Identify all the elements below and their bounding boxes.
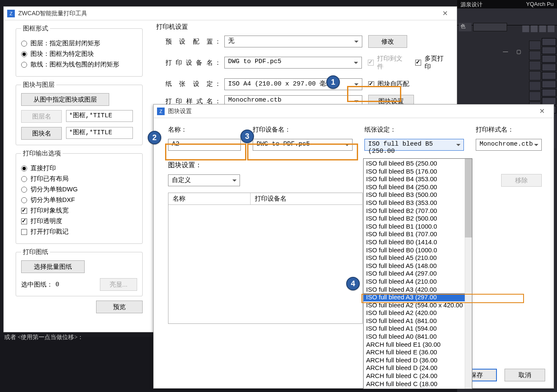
dialog-titlebar: Z ZWCAD智能批量打印工具 ✕ [4,7,457,20]
palette-icon[interactable] [542,63,556,71]
radio-label: 图块：图框为特定图块 [30,50,94,58]
nav-tool-icon[interactable] [529,61,541,70]
label-paper: 纸张设定 [165,80,213,88]
paper-option[interactable]: ISO full bleed B1 (1000.0 [364,223,465,231]
paper-option[interactable]: ARCH full bleed C (24.00 [364,372,465,380]
paper-option[interactable]: ISO full bleed B0 (1414.0 [364,238,465,246]
close-icon[interactable]: ✕ [533,107,550,115]
palette-icon[interactable] [542,38,556,46]
btn-select-sheets[interactable]: 选择批量图纸 [21,260,85,273]
paper-option[interactable]: ISO full bleed A2 (420.00 [364,309,465,317]
check-stamp[interactable]: 打开打印戳记 [21,228,137,236]
nav-tool-icon[interactable] [529,91,541,101]
paper-option[interactable]: ISO full bleed A1 (841.00 [364,317,465,325]
paper-option[interactable]: ISO full bleed A2 (594.00 x 420.00 毫米) [364,301,465,309]
nav-tool-icon[interactable] [529,71,541,80]
paper-option[interactable]: ISO full bleed A1 (594.00 [364,325,465,333]
palette-icon[interactable] [542,47,556,54]
palette-icon[interactable] [542,55,556,63]
check-block-automatch[interactable]: 图块自匹配 [368,80,409,88]
label-paper2: 纸张设定： [364,126,464,134]
check-transparency[interactable]: 打印透明度 [21,217,137,225]
radio-split-dxf[interactable]: 切分为单独DXF [21,196,137,204]
block-dialog-titlebar: Z 图块设置 ✕ [154,105,554,118]
ribbon-icon[interactable] [539,25,546,32]
paper-option[interactable]: ARCH full bleed E (36.00 [364,348,465,356]
palette-icon[interactable] [542,89,556,97]
radio-frame-layer[interactable]: 图层：指定图层封闭矩形 [21,39,137,47]
annotation-badge-1: 1 [326,75,340,89]
select-block-style[interactable]: Monochrome.ctb [476,139,542,151]
menu-item-yqarch[interactable]: YQArch Pu [523,0,557,8]
btn-modify[interactable]: 修改 [368,35,407,48]
paper-option[interactable]: ISO full bleed A5 (148.00 [364,262,465,270]
btn-preview[interactable]: 预览 [96,301,143,313]
select-block-setting[interactable]: 自定义 [168,174,240,186]
nav-tool-icon[interactable] [529,51,541,60]
paper-option[interactable]: ARCH full bleed D (36.00 [364,356,465,364]
paper-option[interactable]: ISO full bleed A4 (297.00 [364,270,465,278]
paper-option[interactable]: ISO full bleed B5 (250.00 [364,160,465,168]
radio-existing-layout[interactable]: 打印已有布局 [21,175,137,183]
select-block-paper[interactable]: ISO full bleed B5 (250.00 [364,139,464,151]
ribbon-dropdown-color[interactable]: 色 [459,23,472,31]
paper-option[interactable]: ISO full bleed B5 (176.00 [364,168,465,176]
table-col-device: 打印设备名 [251,193,362,204]
ribbon-icon[interactable] [548,25,554,32]
btn-layer-name: 图层名 [21,110,62,123]
printer-settings-area: 打印机设置 预设配置： 无 修改 打印设备名： DWG to PDF.pc5 打… [156,23,450,112]
radio-split-dwg[interactable]: 切分为单独DWG [21,185,137,193]
palette-icon[interactable] [542,80,556,88]
ribbon-icon[interactable] [522,25,529,32]
radio-frame-block[interactable]: 图块：图框为特定图块 [21,50,137,58]
paper-option[interactable]: ISO full bleed B2 (707.00 [364,207,465,215]
paper-option[interactable]: ISO full bleed A5 (210.00 [364,254,465,262]
menu-item-yuanquan[interactable]: 源泉设计 [457,0,486,9]
palette-icon[interactable] [542,72,556,80]
input-block-name[interactable]: *图框,*TITLE [66,127,133,139]
check-lineweight[interactable]: 打印对象线宽 [21,207,137,215]
paper-option[interactable]: ISO full bleed B4 (353.00 [364,175,465,183]
radio-label: 图层：指定图层封闭矩形 [30,39,100,47]
paper-option[interactable]: ISO full bleed A3 (420.00 [364,286,465,294]
group-output-options: 打印输出选项 直接打印 打印已有布局 切分为单独DWG 切分为单独DXF 打印对… [16,149,143,244]
checkbox-label: 多页打印 [425,55,450,71]
select-device[interactable]: DWG to PDF.pc5 [224,57,362,69]
label-style2: 打印样式名： [476,126,542,134]
paper-option[interactable]: ISO full bleed A4 (210.00 [364,278,465,286]
nav-tool-icon[interactable] [529,81,541,91]
input-block-cfg-name[interactable]: A2 [168,139,241,151]
btn-cancel[interactable]: 取消 [505,369,545,381]
paper-option[interactable]: ISO full bleed B4 (250.00 [364,183,465,191]
btn-block-name[interactable]: 图块名 [21,127,62,140]
paper-option[interactable]: ISO full bleed B3 (500.00 [364,191,465,199]
paper-option[interactable]: ISO full bleed A0 (841.00 [364,333,465,341]
checkbox-label: 图块自匹配 [378,80,409,88]
radio-direct-print[interactable]: 直接打印 [21,164,137,172]
paper-size-dropdown[interactable]: ISO full bleed B5 (250.00ISO full bleed … [363,158,472,389]
paper-option[interactable]: ARCH full bleed C (18.00 [364,380,465,388]
paper-option[interactable]: ISO full bleed B2 (500.00 [364,215,465,223]
close-icon[interactable]: ✕ [436,9,453,17]
paper-option[interactable]: ARCH full bleed D (24.00 [364,364,465,372]
paper-option[interactable]: ISO full bleed B0 (1000.0 [364,246,465,254]
input-layer-name[interactable]: *图框,*TITLE [66,110,133,122]
ribbon-combo[interactable] [473,23,507,31]
ribbon-icon[interactable] [531,25,538,32]
paper-option[interactable]: ARCH full bleed E1 (30.00 [364,341,465,349]
radio-frame-scatter[interactable]: 散线：图框为线包围的封闭矩形 [21,61,137,69]
nav-tool-icon[interactable] [529,41,541,50]
checkbox-label: 打印透明度 [30,217,62,225]
check-multipage[interactable]: 多页打印 [415,55,450,71]
btn-spec-from-drawing[interactable]: 从图中指定图块或图层 [21,93,109,106]
paper-option[interactable]: ISO full bleed B3 (353.00 [364,199,465,207]
scrollbar-thumb[interactable] [465,159,472,237]
paper-option[interactable]: ISO full bleed A3 (297.00 [364,293,465,301]
select-paper[interactable]: ISO A4 (210.00 x 297.00 毫米) [224,78,362,90]
select-block-device[interactable]: DWG to PDF.pc5 [253,139,352,151]
paper-option[interactable]: ISO full bleed B1 (707.00 [364,230,465,238]
block-config-table[interactable]: 名称 打印设备名 [168,193,363,324]
paper-option[interactable]: ARCH full bleed B (18.00 [364,388,465,389]
selected-sheets-label: 选中图纸： [21,281,53,289]
select-preset[interactable]: 无 [224,36,362,47]
